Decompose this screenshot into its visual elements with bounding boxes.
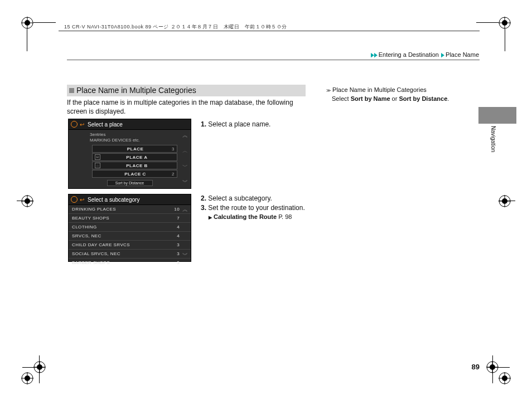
subcategory-row: DRINKING PLACES10 (69, 205, 191, 213)
place-name: PLACE B (103, 163, 171, 168)
breadcrumb-part: Place Name (446, 51, 479, 58)
steps-2-3: 2. Select a subcategory. 3. Set the rout… (201, 194, 312, 221)
screenshot-body: DRINKING PLACES10BEAUTY SHOPS7CLOTHING4S… (69, 205, 191, 267)
place-name: PLACE (102, 147, 168, 152)
registration-mark-icon (21, 195, 33, 207)
print-header: 15 CR-V NAVI-31T0A8100.book 89 ページ ２０１４年… (64, 23, 287, 31)
step-text: Select a subcategory. (208, 194, 272, 202)
registration-mark-icon (21, 17, 33, 29)
scroll-arrows: ︽ ︿ ﹀ ︾ (182, 131, 188, 186)
step-text: Set the route to your destination. (208, 204, 304, 212)
subcategory-name: BEAUTY SHOPS (72, 216, 109, 221)
subcategory-count: 4 (177, 225, 180, 230)
crop-line (17, 201, 33, 201)
place-name: PLACE C (102, 172, 168, 177)
step-1: 1. Select a place name. (201, 120, 307, 128)
header-rule (59, 31, 480, 31)
screenshot-body: 3entries MARKING DEVICES etc. PLACE3HPLA… (69, 130, 191, 188)
side-note: ≫ Place Name in Multiple Categories Sele… (326, 86, 471, 102)
xref-title: Calculating the Route (209, 213, 277, 220)
breadcrumb: ▶▶ Entering a Destination ▶ Place Name (370, 51, 479, 58)
back-icon: ↩ (80, 121, 84, 128)
section-heading: Place Name in Multiple Categories (67, 85, 306, 96)
subcategory-count: 3 (177, 242, 180, 247)
screenshot-meta: 3entries MARKING DEVICES etc. (90, 132, 187, 143)
crop-line (476, 22, 499, 23)
double-chevron-right-icon: ≫ (326, 88, 331, 93)
screenshot-title: Select a place (88, 121, 123, 128)
place-row: PLACE3 (92, 145, 177, 153)
subcategory-row: SOCIAL SRVCS, NEC3 (69, 249, 191, 258)
crop-line (33, 22, 56, 23)
side-note-body: Select Sort by Name or Sort by Distance. (332, 95, 471, 102)
nav-screenshot-select-subcategory: ↩ Select a subcategory DRINKING PLACES10… (68, 194, 191, 262)
sort-by-distance-button: Sort by Distance (107, 180, 153, 186)
xref-page: P. 98 (278, 213, 292, 220)
chevron-right-icon: ▶ (374, 51, 378, 58)
registration-mark-icon (499, 372, 511, 384)
subcategory-name: DRINKING PLACES (72, 207, 116, 212)
subcategory-count: 3 (177, 251, 180, 256)
screenshot-titlebar: ↩ Select a place (69, 119, 191, 130)
double-chevron-down-icon: ︾ (182, 251, 188, 259)
crop-line (27, 29, 27, 51)
chevron-up-icon: ︿ (182, 147, 188, 155)
subcategory-name: BARBER SHOPS (72, 260, 110, 265)
square-bullet-icon (69, 88, 74, 93)
crop-line (22, 367, 45, 368)
subcategory-name: SRVCS, NEC (72, 233, 101, 238)
subcategory-count: 7 (177, 216, 180, 221)
place-name: PLACE A (103, 155, 171, 160)
place-row: ⌂PLACE B (92, 162, 177, 169)
crop-line (487, 367, 510, 368)
crop-line (492, 355, 493, 383)
nav-screenshot-select-place: ↩ Select a place 3entries MARKING DEVICE… (68, 119, 191, 189)
breadcrumb-rule (67, 60, 480, 60)
meta-line: MARKING DEVICES etc. (90, 138, 187, 143)
chevron-right-icon: ▶ (441, 51, 444, 58)
double-chevron-up-icon: ︽ (182, 131, 188, 139)
crop-line (39, 355, 40, 383)
ring-icon (71, 121, 78, 128)
crop-line (505, 29, 505, 51)
screenshot-title: Select a subcategory (88, 197, 139, 203)
ring-icon (71, 196, 78, 203)
subcategory-row: CHILD DAY CARE SRVCS3 (69, 240, 191, 249)
breadcrumb-part: Entering a Destination (379, 51, 439, 58)
subcategory-row: BARBER SHOPS3 (69, 258, 191, 267)
subcategory-name: SOCIAL SRVCS, NEC (72, 251, 120, 256)
section-vertical-label: Navigation (490, 126, 496, 152)
back-icon: ↩ (80, 197, 84, 203)
place-row: HPLACE A (92, 153, 177, 161)
manual-page: 15 CR-V NAVI-31T0A8100.book 89 ページ ２０１４年… (0, 0, 532, 400)
subcategory-name: CLOTHING (72, 225, 97, 230)
place-count: 2 (172, 172, 175, 177)
subcategory-row: CLOTHING4 (69, 222, 191, 231)
subcategory-count: 10 (174, 207, 180, 212)
subcategory-row: BEAUTY SHOPS7 (69, 213, 191, 222)
cross-reference: Calculating the Route P. 98 (209, 213, 312, 221)
crop-line (499, 201, 515, 201)
row-type-icon: ⌂ (95, 163, 100, 168)
registration-mark-icon (499, 17, 511, 29)
subcategory-name: CHILD DAY CARE SRVCS (72, 242, 130, 247)
place-row: PLACE C2 (92, 170, 177, 178)
page-number: 89 (472, 363, 480, 371)
subcategory-count: 3 (177, 260, 180, 265)
subcategory-count: 4 (177, 233, 180, 238)
step-text: Select a place name. (208, 120, 270, 128)
section-tab-strip (478, 107, 516, 124)
screenshot-titlebar: ↩ Select a subcategory (69, 194, 191, 205)
double-chevron-down-icon: ︾ (182, 178, 188, 186)
registration-mark-icon (21, 372, 33, 384)
chevron-right-icon: ▶ (371, 51, 374, 58)
section-title: Place Name in Multiple Categories (76, 86, 196, 95)
side-note-title: ≫ Place Name in Multiple Categories (326, 86, 471, 93)
double-chevron-up-icon: ︽ (182, 206, 188, 213)
scroll-arrows: ︽ ︾ (182, 206, 188, 259)
place-count: 3 (172, 147, 175, 152)
subcategory-row: SRVCS, NEC4 (69, 231, 191, 240)
section-intro: If the place name is in multiple categor… (67, 98, 307, 116)
row-type-icon: H (95, 154, 100, 160)
chevron-down-icon: ﹀ (182, 163, 188, 170)
